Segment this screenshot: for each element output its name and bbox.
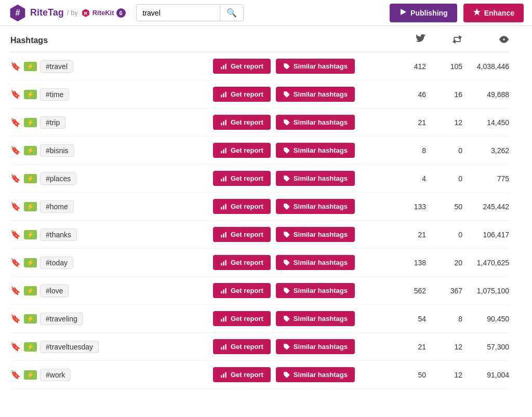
twitter-count: 8 — [390, 146, 426, 155]
table-row: 🔖 ⚡ #travel Get report Similar hashtags … — [10, 52, 509, 80]
tag-icon — [283, 63, 290, 70]
bar-chart-icon — [220, 287, 228, 294]
tag-icon — [283, 343, 290, 351]
hashtag-cell: 🔖 ⚡ #work — [10, 369, 213, 381]
eye-count: 3,262 — [462, 146, 509, 155]
table-row: 🔖 ⚡ #thanks Get report Similar hashtags … — [10, 221, 509, 249]
hashtag-name: #places — [40, 172, 76, 185]
similar-hashtags-button[interactable]: Similar hashtags — [276, 143, 355, 158]
bookmark-icon[interactable]: 🔖 — [10, 370, 21, 380]
logo-text: RiteTag — [30, 7, 64, 18]
enhance-button[interactable]: Enhance — [463, 4, 524, 22]
get-report-button[interactable]: Get report — [213, 171, 271, 186]
twitter-count: 46 — [390, 90, 426, 99]
tag-icon — [283, 231, 290, 238]
hashtag-name: #traveling — [40, 313, 83, 325]
get-report-button[interactable]: Get report — [213, 367, 271, 382]
svg-rect-15 — [221, 123, 222, 125]
col-hashtags-header: Hashtags — [10, 36, 213, 45]
get-report-button[interactable]: Get report — [213, 115, 271, 130]
tag-icon — [283, 287, 290, 294]
bookmark-icon[interactable]: 🔖 — [10, 89, 21, 99]
similar-hashtags-button[interactable]: Similar hashtags — [276, 115, 355, 130]
table-header: Hashtags — [10, 26, 509, 52]
eye-count: 1,075,100 — [462, 287, 509, 295]
actions-cell: Get report Similar hashtags — [213, 227, 390, 242]
get-report-button[interactable]: Get report — [213, 339, 271, 354]
bookmark-icon[interactable]: 🔖 — [10, 117, 21, 127]
get-report-button[interactable]: Get report — [213, 59, 271, 74]
svg-rect-53 — [225, 372, 226, 378]
actions-cell: Get report Similar hashtags — [213, 311, 390, 326]
search-input[interactable] — [137, 6, 220, 20]
ritekit-text: RiteKit — [92, 9, 114, 17]
svg-rect-11 — [221, 95, 222, 97]
bar-chart-icon — [220, 175, 228, 182]
lightning-badge: ⚡ — [24, 230, 37, 239]
hashtag-cell: 🔖 ⚡ #places — [10, 172, 213, 185]
lightning-badge: ⚡ — [24, 314, 37, 324]
bookmark-icon[interactable]: 🔖 — [10, 230, 21, 239]
get-report-button[interactable]: Get report — [213, 283, 271, 298]
similar-hashtags-button[interactable]: Similar hashtags — [276, 199, 355, 214]
retweet-count: 367 — [426, 287, 462, 295]
similar-hashtags-button[interactable]: Similar hashtags — [276, 59, 355, 74]
get-report-button[interactable]: Get report — [213, 143, 271, 158]
get-report-button[interactable]: Get report — [213, 199, 271, 214]
bookmark-icon[interactable]: 🔖 — [10, 145, 21, 155]
table-row: 🔖 ⚡ #bisnis Get report Similar hashtags … — [10, 137, 509, 165]
bookmark-icon[interactable]: 🔖 — [10, 61, 21, 71]
lightning-badge: ⚡ — [24, 146, 37, 155]
publishing-button[interactable]: Publishing — [390, 4, 457, 22]
eye-count: 775 — [462, 174, 509, 183]
similar-hashtags-button[interactable]: Similar hashtags — [276, 311, 355, 326]
actions-cell: Get report Similar hashtags — [213, 115, 390, 130]
bookmark-icon[interactable]: 🔖 — [10, 286, 21, 295]
retweet-count: 50 — [426, 203, 462, 211]
bar-chart-icon — [220, 315, 228, 322]
twitter-icon — [416, 38, 426, 46]
svg-rect-20 — [223, 149, 224, 153]
lightning-badge: ⚡ — [24, 62, 37, 71]
actions-cell: Get report Similar hashtags — [213, 367, 390, 382]
twitter-count: 21 — [390, 231, 426, 239]
get-report-button[interactable]: Get report — [213, 227, 271, 242]
similar-hashtags-button[interactable]: Similar hashtags — [276, 283, 355, 298]
tag-icon — [283, 259, 290, 266]
lightning-badge: ⚡ — [24, 202, 37, 211]
twitter-count: 138 — [390, 259, 426, 267]
tag-icon — [283, 119, 290, 126]
actions-cell: Get report Similar hashtags — [213, 339, 390, 354]
similar-hashtags-button[interactable]: Similar hashtags — [276, 339, 355, 354]
similar-hashtags-button[interactable]: Similar hashtags — [276, 367, 355, 382]
twitter-count: 21 — [390, 118, 426, 127]
similar-hashtags-button[interactable]: Similar hashtags — [276, 255, 355, 270]
logo-icon: # — [8, 4, 27, 22]
similar-hashtags-button[interactable]: Similar hashtags — [276, 227, 355, 242]
lightning-badge: ⚡ — [24, 90, 37, 99]
svg-rect-21 — [225, 147, 226, 153]
bookmark-icon[interactable]: 🔖 — [10, 342, 21, 352]
hashtag-cell: 🔖 ⚡ #time — [10, 88, 213, 101]
bookmark-icon[interactable]: 🔖 — [10, 258, 21, 267]
get-report-button[interactable]: Get report — [213, 87, 271, 102]
svg-rect-23 — [221, 179, 222, 181]
logo-by-text: / by — [67, 9, 78, 17]
col-twitter-header — [390, 34, 426, 46]
hashtag-cell: 🔖 ⚡ #home — [10, 200, 213, 213]
tag-icon — [283, 371, 290, 379]
get-report-button[interactable]: Get report — [213, 311, 271, 326]
bookmark-icon[interactable]: 🔖 — [10, 201, 21, 211]
similar-hashtags-button[interactable]: Similar hashtags — [276, 87, 355, 102]
search-button[interactable]: 🔍 — [220, 5, 243, 21]
eye-count: 106,417 — [462, 231, 509, 239]
bookmark-icon[interactable]: 🔖 — [10, 173, 21, 183]
svg-rect-7 — [221, 66, 222, 69]
notification-badge: 6 — [116, 8, 126, 18]
eye-count: 90,450 — [462, 315, 509, 323]
hashtag-cell: 🔖 ⚡ #trip — [10, 116, 213, 129]
main-content: Hashtags 🔖 ⚡ #travel — [0, 26, 520, 389]
bookmark-icon[interactable]: 🔖 — [10, 314, 21, 324]
get-report-button[interactable]: Get report — [213, 255, 271, 270]
similar-hashtags-button[interactable]: Similar hashtags — [276, 171, 355, 186]
